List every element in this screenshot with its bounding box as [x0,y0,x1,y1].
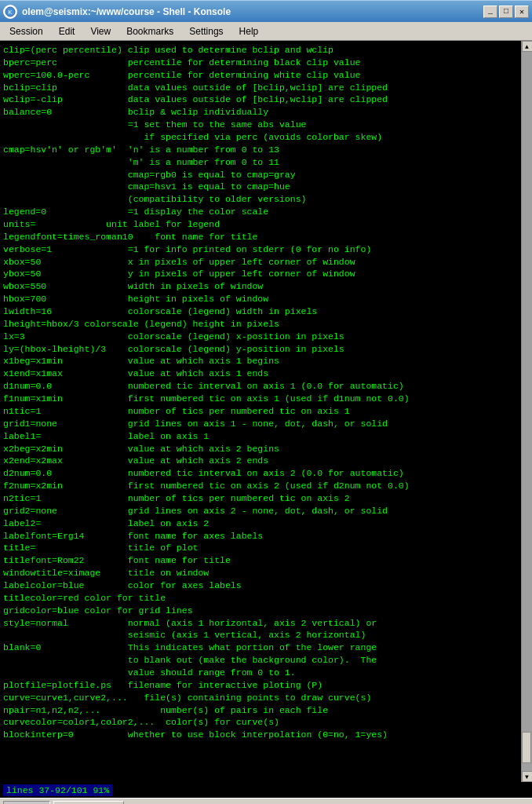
titlebar-left: K olem@seismix:~/www/course - Shell - Ko… [3,5,231,19]
menu-help[interactable]: Help [233,24,265,38]
scroll-up-button[interactable]: ▲ [522,41,533,52]
app-icon: K [3,5,17,19]
maximize-button[interactable]: □ [499,5,513,18]
menu-bookmarks[interactable]: Bookmarks [120,24,180,38]
titlebar: K olem@seismix:~/www/course - Shell - Ko… [0,0,532,22]
scroll-down-button[interactable]: ▼ [522,771,533,782]
taskbar: $ Shell $ Shell No. 2 [0,798,532,804]
window-controls[interactable]: _ □ ✕ [483,5,529,18]
svg-text:K: K [8,9,13,16]
menu-session[interactable]: Session [3,24,49,38]
scrollbar-thumb[interactable] [522,732,531,763]
scrollbar[interactable]: ▲ ▼ [521,41,532,782]
status-text: lines 37-92/101 91% [3,784,112,796]
terminal-output[interactable]: clip=(perc percentile) clip used to dete… [0,41,521,782]
menu-view[interactable]: View [84,24,117,38]
close-button[interactable]: ✕ [515,5,529,18]
statusbar: lines 37-92/101 91% [0,782,532,798]
scrollbar-track[interactable] [522,52,532,771]
menu-settings[interactable]: Settings [183,24,229,38]
window-title: olem@seismix:~/www/course - Shell - Kons… [22,6,231,17]
taskbar-shell2[interactable]: $ Shell No. 2 [53,801,124,805]
minimize-button[interactable]: _ [483,5,497,18]
taskbar-shell1[interactable]: $ Shell [3,801,50,805]
menu-edit[interactable]: Edit [53,24,82,38]
menubar: Session Edit View Bookmarks Settings Hel… [0,22,532,41]
terminal-container: clip=(perc percentile) clip used to dete… [0,41,532,782]
